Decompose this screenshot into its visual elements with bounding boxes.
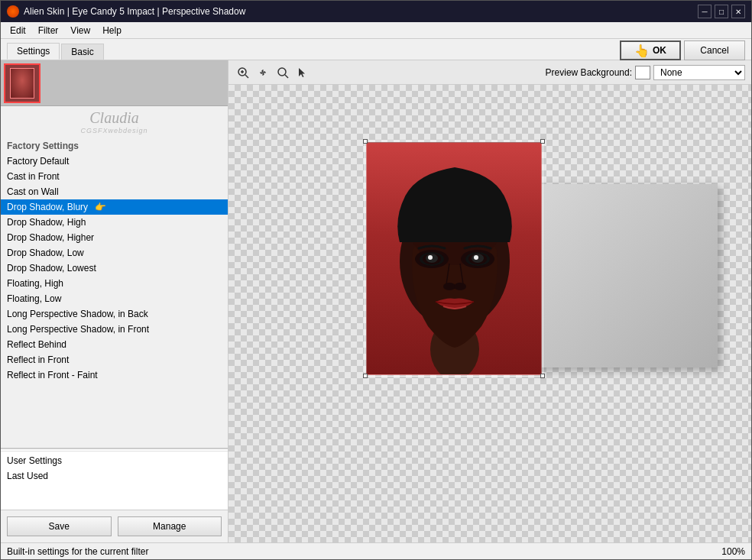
thumbnail-preview [10,68,34,99]
settings-list-container: Factory Settings Factory Default Cast in… [1,138,228,448]
ok-cancel-group: 👆 OK Cancel [620,40,745,60]
title-bar-controls: ─ □ ✕ [698,5,745,18]
watermark-area: Claudia CGSFXwebdesign [1,106,228,138]
bottom-buttons: Save Manage [1,510,228,542]
preview-bg-label: Preview Background: [546,67,632,78]
preview-bg-swatch[interactable] [635,66,650,79]
thumbnail-item[interactable] [4,63,41,103]
user-settings-section: User Settings Last Used [1,448,228,510]
svg-point-19 [474,255,478,260]
tool-zoom[interactable] [274,64,291,81]
user-settings-item-1[interactable]: User Settings [1,453,228,468]
close-button[interactable]: ✕ [731,5,745,18]
menu-edit[interactable]: Edit [4,24,32,37]
title-bar: Alien Skin | Eye Candy 5 Impact | Perspe… [1,1,751,22]
list-item-1[interactable]: Factory Default [1,154,228,169]
list-item-5[interactable]: Drop Shadow, High [1,215,228,230]
list-item-14[interactable]: Reflect in Front [1,352,228,367]
tool-pointer[interactable] [294,64,311,81]
menu-bar: Edit Filter View Help [1,22,751,39]
left-panel: Claudia CGSFXwebdesign Factory Settings … [1,60,229,542]
watermark-text: Claudia [7,109,222,127]
list-item-2[interactable]: Cast in Front [1,169,228,184]
list-item-9[interactable]: Floating, High [1,276,228,291]
thumbnail-strip [1,60,228,106]
finger-pointer-icon: 👆 [634,44,650,58]
zoom-level: 100% [721,546,745,557]
tab-row-container: Settings Basic 👆 OK Cancel [1,39,751,60]
preview-bg-select[interactable]: None White Black Checkered [653,65,745,80]
preview-canvas [229,85,751,542]
watermark-sub: CGSFXwebdesign [7,127,222,134]
list-item-4-selected[interactable]: Drop Shadow, Blury 👉 [1,199,228,215]
divider [1,451,228,452]
svg-point-20 [443,283,455,290]
cancel-button[interactable]: Cancel [684,40,745,60]
app-icon [7,5,19,18]
title-bar-left: Alien Skin | Eye Candy 5 Impact | Perspe… [7,5,245,18]
list-item-6[interactable]: Drop Shadow, Higher [1,230,228,245]
list-item-3[interactable]: Cast on Wall [1,184,228,199]
svg-point-21 [454,283,466,290]
list-item-7[interactable]: Drop Shadow, Low [1,245,228,261]
list-item-15[interactable]: Reflect in Front - Faint [1,367,228,383]
list-item-11[interactable]: Long Perspective Shadow, in Back [1,306,228,322]
tool-pan[interactable] [254,64,271,81]
menu-help[interactable]: Help [96,24,128,37]
window-title: Alien Skin | Eye Candy 5 Impact | Perspe… [24,6,245,17]
menu-view[interactable]: View [64,24,96,37]
minimize-button[interactable]: ─ [698,5,711,18]
svg-line-5 [285,75,288,78]
svg-line-1 [245,75,248,78]
tab-group: Settings Basic [1,43,105,60]
maximize-button[interactable]: □ [715,5,728,18]
user-settings-item-2[interactable]: Last Used [1,468,228,484]
svg-point-15 [428,255,433,260]
list-item-12[interactable]: Long Perspective Shadow, in Front [1,322,228,337]
status-message: Built-in settings for the current filter [7,546,148,557]
tab-settings[interactable]: Settings [7,43,60,60]
status-bar: Built-in settings for the current filter… [1,542,751,559]
face-illustration [367,143,542,375]
shadow-rectangle [519,184,718,367]
save-button[interactable]: Save [7,516,112,536]
menu-filter[interactable]: Filter [32,24,65,37]
list-item-factory-header: Factory Settings [1,138,228,154]
list-item-10[interactable]: Floating, Low [1,291,228,306]
list-item-8[interactable]: Drop Shadow, Lowest [1,261,228,276]
manage-button[interactable]: Manage [118,516,222,536]
ok-button[interactable]: 👆 OK [620,40,681,60]
list-item-13[interactable]: Reflect Behind [1,337,228,352]
content-pane: Claudia CGSFXwebdesign Factory Settings … [1,60,751,542]
tool-zoom-in[interactable] [235,64,251,81]
settings-list[interactable]: Factory Settings Factory Default Cast in… [1,138,228,448]
selected-arrow-icon: 👉 [95,202,106,212]
portrait-card [366,142,542,375]
tab-basic[interactable]: Basic [61,44,103,60]
preview-toolbar: Preview Background: None White Black Che… [229,60,751,85]
right-panel: Preview Background: None White Black Che… [229,60,751,542]
svg-point-4 [278,68,286,76]
